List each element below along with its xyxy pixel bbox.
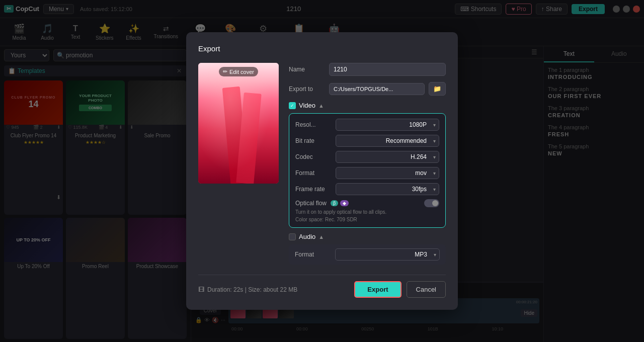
export-button[interactable]: Export	[354, 281, 401, 298]
export-path-input[interactable]	[329, 83, 425, 95]
name-row: Name	[289, 63, 446, 76]
audio-format-label: Format	[295, 251, 335, 258]
audio-format-select-wrap: MP3 ▾	[335, 248, 440, 261]
cover-area: ✏ Edit cover	[198, 63, 279, 265]
dialog-title: Export	[198, 44, 446, 53]
codec-row: Codec H.264 ▾	[295, 151, 439, 163]
video-enable-checkbox[interactable]: ✓	[289, 102, 296, 109]
framerate-row: Frame rate 30fps ▾	[295, 183, 439, 195]
optical-flow-badges: β ◆	[331, 200, 349, 206]
codec-select-wrap: H.264 ▾	[336, 151, 439, 163]
cancel-button[interactable]: Cancel	[407, 281, 446, 298]
audio-format-select[interactable]: MP3 ▾	[335, 248, 440, 261]
export-to-row: Export to 📁	[289, 82, 446, 96]
optical-pro-badge: ◆	[340, 200, 349, 206]
optical-flow-description: Turn it on to apply optical flow to all …	[295, 209, 439, 215]
video-settings-panel: Resol... 1080P ▾ Bit rate	[289, 113, 446, 228]
audio-collapse-icon[interactable]: ▲	[318, 234, 324, 240]
chevron-down-icon: ▾	[433, 154, 436, 160]
audio-format-row: Format MP3 ▾	[295, 248, 440, 261]
chevron-down-icon: ▾	[433, 138, 436, 144]
codec-label: Codec	[295, 153, 336, 160]
framerate-select[interactable]: 30fps ▾	[336, 183, 439, 195]
video-section-header: ✓ Video ▲	[289, 102, 446, 109]
edit-icon: ✏	[223, 68, 227, 75]
bitrate-row: Bit rate Recommended ▾	[295, 135, 439, 147]
framerate-label: Frame rate	[295, 186, 336, 193]
resolution-row: Resol... 1080P ▾	[295, 119, 439, 131]
video-collapse-icon[interactable]: ▲	[318, 103, 324, 109]
folder-icon: 📁	[433, 85, 441, 93]
optical-flow-row: Optical flow β ◆	[295, 199, 439, 207]
chevron-down-icon: ▾	[433, 187, 436, 192]
format-label: Format	[295, 169, 336, 177]
cover-image: ✏ Edit cover	[198, 63, 279, 184]
audio-section-header: Audio ▲	[289, 233, 446, 240]
export-to-label: Export to	[289, 86, 325, 93]
bitrate-label: Bit rate	[295, 137, 336, 144]
name-label: Name	[289, 66, 325, 73]
color-space-info: Color space: Rec. 709 SDR	[295, 217, 439, 222]
form-area: Name Export to 📁 ✓ Video	[289, 63, 446, 265]
chevron-down-icon: ▾	[433, 122, 436, 128]
codec-select[interactable]: H.264 ▾	[336, 151, 439, 163]
audio-section: Audio ▲ Format MP3 ▾	[289, 233, 446, 265]
audio-settings-panel: Format MP3 ▾	[289, 244, 446, 265]
toggle-thumb	[432, 200, 438, 206]
resolution-label: Resol...	[295, 121, 336, 128]
settings-scroll-area: ✓ Video ▲ Resol... 1080P ▾	[289, 102, 446, 265]
framerate-select-wrap: 30fps ▾	[336, 183, 439, 195]
dialog-footer: 🎞 Duration: 22s | Size: about 22 MB Expo…	[198, 275, 446, 298]
resolution-select[interactable]: 1080P ▾	[336, 119, 439, 131]
cover-highlight	[198, 63, 279, 184]
optical-flow-toggle[interactable]	[424, 199, 439, 207]
resolution-select-wrap: 1080P ▾	[336, 119, 439, 131]
optical-beta-badge: β	[331, 200, 338, 206]
footer-buttons: Export Cancel	[354, 281, 446, 298]
chevron-down-icon: ▾	[434, 252, 436, 258]
audio-section-title: Audio	[299, 233, 315, 240]
video-section: ✓ Video ▲ Resol... 1080P ▾	[289, 102, 446, 228]
cover-visual	[198, 63, 279, 184]
dialog-overlay: Export ✏ Edit cover	[0, 0, 644, 342]
format-select[interactable]: mov ▾	[336, 167, 439, 179]
bitrate-select-wrap: Recommended ▾	[336, 135, 439, 147]
film-icon: 🎞	[198, 286, 204, 293]
format-select-wrap: mov ▾	[336, 167, 439, 179]
cover-edit-area: ✏ Edit cover	[198, 67, 279, 76]
bitrate-select[interactable]: Recommended ▾	[336, 135, 439, 147]
folder-browse-button[interactable]: 📁	[429, 82, 446, 96]
duration-text: Duration: 22s | Size: about 22 MB	[207, 286, 297, 293]
dialog-body: ✏ Edit cover Name Export to 📁	[198, 63, 446, 265]
optical-flow-label: Optical flow	[295, 200, 327, 207]
video-section-title: Video	[299, 102, 315, 109]
cover-edit-button[interactable]: ✏ Edit cover	[219, 67, 258, 76]
export-dialog: Export ✏ Edit cover	[186, 32, 458, 310]
audio-enable-checkbox[interactable]	[289, 233, 296, 240]
format-row: Format mov ▾	[295, 167, 439, 179]
name-input[interactable]	[329, 63, 446, 76]
duration-info: 🎞 Duration: 22s | Size: about 22 MB	[198, 286, 297, 293]
chevron-down-icon: ▾	[433, 170, 436, 176]
